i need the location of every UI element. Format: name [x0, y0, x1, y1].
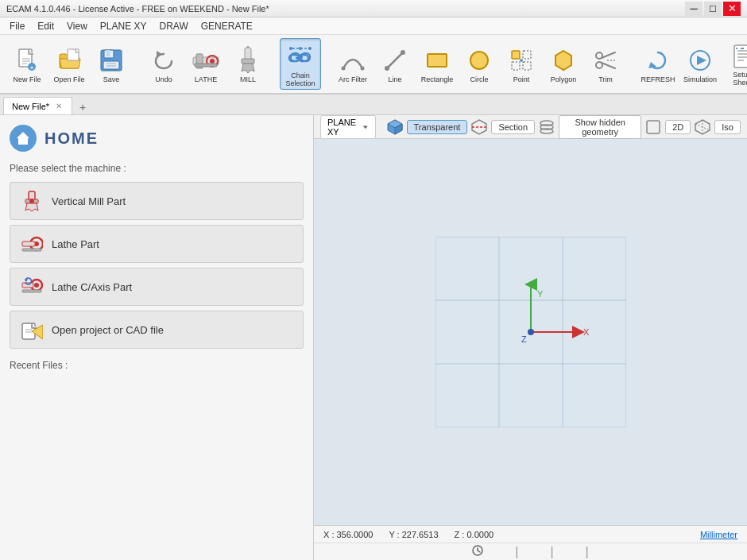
arc-filter-button[interactable]: Arc Filter — [332, 38, 374, 90]
svg-rect-64 — [22, 283, 33, 288]
tab-new-file[interactable]: New File* ✕ — [3, 97, 72, 114]
arc-filter-label: Arc Filter — [339, 76, 367, 84]
menu-edit[interactable]: Edit — [31, 19, 60, 33]
svg-text:+: + — [30, 64, 34, 71]
svg-rect-18 — [195, 64, 217, 67]
point-label: Point — [513, 76, 530, 84]
save-button[interactable]: Save — [91, 38, 132, 90]
x-coord: X : 356.0000 — [323, 530, 373, 539]
status-coords: X : 356.0000 Y : 227.6513 Z : 0.0000 — [323, 530, 493, 539]
svg-rect-37 — [523, 62, 531, 70]
add-tab-button[interactable]: + — [75, 100, 90, 114]
lathe-label: LATHE — [195, 76, 217, 84]
vertical-mill-icon — [20, 189, 44, 213]
svg-rect-32 — [428, 54, 447, 67]
iso-button[interactable]: Iso — [714, 120, 741, 134]
minimize-button[interactable]: ─ — [685, 2, 702, 16]
svg-point-28 — [361, 66, 365, 70]
tabbar: New File* ✕ + — [0, 95, 747, 115]
toolbar-group-file: + New File Open File — [5, 38, 134, 90]
undo-icon — [149, 46, 178, 75]
svg-line-29 — [387, 52, 403, 68]
tab-close-button[interactable]: ✕ — [54, 101, 64, 111]
lathe-button[interactable]: LATHE — [185, 38, 226, 90]
bottombar: | | | — [314, 543, 747, 560]
transparent-button[interactable]: Transparent — [407, 120, 468, 134]
chevron-down-icon — [362, 123, 369, 131]
trim-button[interactable]: Trim — [585, 38, 626, 90]
svg-point-17 — [210, 59, 215, 64]
point-button[interactable]: Point — [501, 38, 542, 90]
line-button[interactable]: Line — [374, 38, 416, 90]
menu-plane-xy[interactable]: PLANE XY — [94, 19, 153, 33]
svg-line-43 — [602, 63, 615, 68]
svg-point-33 — [470, 52, 488, 69]
mill-button[interactable]: MILL — [227, 38, 269, 90]
svg-marker-47 — [697, 56, 706, 65]
svg-point-38 — [520, 59, 523, 62]
titlebar: ECAM 4.1.0.446 - License Active - FREE o… — [0, 0, 747, 17]
polygon-button[interactable]: Polygon — [543, 38, 584, 90]
refresh-icon — [644, 46, 672, 75]
menu-view[interactable]: View — [60, 19, 94, 33]
menu-file[interactable]: File — [3, 19, 31, 33]
mill-icon — [234, 46, 262, 75]
line-icon — [381, 46, 409, 75]
plane-xy-dropdown[interactable]: PLANE XY — [320, 115, 376, 139]
line-label: Line — [388, 76, 401, 84]
new-file-icon: + — [13, 46, 41, 75]
svg-line-82 — [695, 124, 710, 130]
open-file-label: Open File — [53, 76, 84, 84]
setup-sheet-icon — [728, 42, 747, 70]
simulation-button[interactable]: Simulation — [679, 38, 721, 90]
setup-sheet-label: Setup Sheet — [724, 71, 747, 87]
svg-line-98 — [478, 550, 480, 552]
iso-cube-icon — [694, 118, 711, 136]
2d-label: 2D — [672, 122, 683, 132]
svg-point-63 — [34, 283, 39, 288]
clock-icon[interactable] — [472, 545, 483, 558]
svg-text:Z: Z — [521, 334, 527, 344]
open-project-button[interactable]: Open project or CAD file — [10, 311, 304, 349]
tab-label: New File* — [12, 102, 49, 111]
chain-selection-button[interactable]: Chain Selection — [280, 38, 321, 90]
svg-rect-60 — [22, 241, 35, 246]
unit-label[interactable]: Millimeter — [700, 530, 737, 539]
svg-point-31 — [401, 50, 405, 55]
select-machine-label: Please select the machine : — [10, 163, 304, 174]
rectangle-button[interactable]: Rectangle — [416, 38, 458, 90]
svg-rect-79 — [647, 121, 660, 133]
lathe-part-button[interactable]: Lathe Part — [10, 225, 304, 263]
home-title: HOME — [45, 129, 99, 148]
y-coord: Y : 227.6513 — [389, 530, 438, 539]
setup-sheet-button[interactable]: Setup Sheet — [722, 38, 747, 90]
chain-selection-label: Chain Selection — [282, 72, 319, 88]
2d-button[interactable]: 2D — [665, 120, 691, 134]
maximize-button[interactable]: □ — [704, 2, 722, 16]
refresh-button[interactable]: REFRESH — [637, 38, 679, 90]
show-hidden-button[interactable]: Show hidden geometry — [559, 115, 641, 139]
undo-label: Undo — [155, 76, 172, 84]
bar-icon-1: | — [515, 545, 518, 559]
polygon-label: Polygon — [551, 76, 577, 84]
section-view-icon — [470, 118, 488, 136]
simulation-icon — [686, 46, 714, 75]
trim-icon — [591, 46, 620, 75]
canvas-area: PLANE XY Transparent — [314, 115, 747, 560]
svg-point-92 — [528, 329, 534, 335]
section-button[interactable]: Section — [491, 120, 535, 134]
close-button[interactable]: ✕ — [723, 2, 741, 16]
grid-svg: Y X Z — [435, 237, 626, 427]
vertical-mill-button[interactable]: Vertical Mill Part — [10, 182, 304, 220]
lathe-caxis-button[interactable]: Lathe C/Axis Part — [10, 268, 304, 306]
svg-rect-20 — [242, 59, 254, 64]
viewport[interactable]: Y X Z — [314, 139, 747, 525]
save-icon — [97, 46, 126, 75]
open-file-button[interactable]: Open File — [48, 38, 90, 90]
new-file-button[interactable]: + New File — [6, 38, 48, 90]
undo-button[interactable]: Undo — [143, 38, 184, 90]
circle-button[interactable]: Circle — [459, 38, 500, 90]
menu-generate[interactable]: GENERATE — [195, 19, 259, 33]
menu-draw[interactable]: DRAW — [153, 19, 195, 33]
point-icon — [507, 46, 536, 75]
